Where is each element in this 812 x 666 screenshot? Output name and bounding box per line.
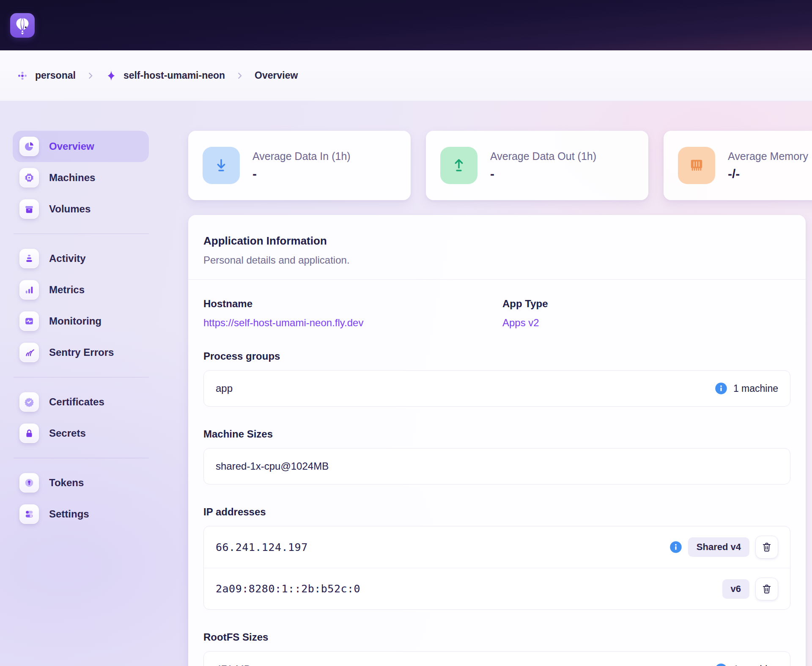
ip-addresses-section: IP addresses 66.241.124.197 [203,506,790,610]
stat-card-label: Average Data In (1h) [252,150,351,162]
sidebar-item-label: Secrets [49,427,86,439]
lock-icon [19,424,39,443]
badge-check-icon [19,392,39,412]
stat-card-data-out: Average Data Out (1h) - [426,131,648,200]
download-arrow-icon [203,147,240,184]
process-group-row: app 1 machine [203,370,790,407]
process-group-name: app [216,383,233,394]
ip-address: 2a09:8280:1::2b:b52c:0 [216,583,360,595]
stat-card-label: Average Data Out (1h) [490,150,596,162]
main-content: Average Data In (1h) - Average Data Out … [188,101,812,666]
app-logo[interactable] [10,13,35,38]
chevron-right-icon [235,71,244,80]
top-header [0,0,812,50]
sidebar-item-label: Activity [49,253,86,264]
process-group-machines: 1 machine [733,383,778,394]
sidebar-item-metrics[interactable]: Metrics [13,274,149,305]
bar-chart-icon [19,280,39,300]
chevron-right-icon [86,71,95,80]
app-type-field: App Type Apps v2 [502,297,790,329]
ip-address: 66.241.124.197 [216,541,308,553]
info-icon[interactable] [715,382,727,395]
hostname-field: Hostname https://self-host-umami-neon.fl… [203,297,502,329]
storage-box-icon [19,199,39,219]
machine-size-row: shared-1x-cpu@1024MB [203,448,790,484]
breadcrumb: personal self-host-umami-neon Overview [0,50,812,101]
ip-addresses-label: IP addresses [203,506,790,518]
activity-stack-icon [19,249,39,268]
rootfs-row: 471 MB 1 machine [203,651,790,666]
info-icon[interactable] [669,541,682,553]
sidebar-divider [14,458,149,458]
sidebar-item-certificates[interactable]: Certificates [13,386,149,418]
delete-ip-button[interactable] [755,578,778,600]
pie-chart-icon [19,137,39,156]
sidebar-item-label: Machines [49,172,95,184]
ip-badge: v6 [722,579,749,599]
sidebar-item-label: Metrics [49,284,85,296]
sparkle-icon [105,70,117,82]
rootfs-machines: 1 machine [733,664,778,666]
application-information-card: Application Information Personal details… [188,215,806,666]
app-type-link[interactable]: Apps v2 [502,317,539,329]
trash-icon [761,542,772,553]
pulse-monitor-icon [19,311,39,331]
breadcrumb-app[interactable]: self-host-umami-neon [105,70,225,82]
stat-card-value: -/- [728,167,808,181]
stat-card-memory: Average Memory -/- [664,131,812,200]
sidebar-item-activity[interactable]: Activity [13,243,149,274]
breadcrumb-org-label: personal [35,70,76,81]
rootfs-sizes-label: RootFS Sizes [203,631,790,644]
stat-card-value: - [252,167,351,181]
sidebar-item-sentry-errors[interactable]: Sentry Errors [13,337,149,368]
card-title: Application Information [203,234,790,248]
sidebar-divider [14,234,149,234]
rootfs-size: 471 MB [216,663,251,666]
ip-badge: Shared v4 [688,537,749,557]
sentry-icon [19,343,39,362]
memory-chip-icon [678,147,715,184]
stat-cards-row: Average Data In (1h) - Average Data Out … [188,131,812,200]
sidebar-item-volumes[interactable]: Volumes [13,193,149,225]
trash-icon [761,583,772,594]
process-groups-label: Process groups [203,350,790,363]
ip-row-v4: 66.241.124.197 Shared v4 [204,526,790,568]
stat-card-label: Average Memory [728,150,808,162]
ip-addresses-box: 66.241.124.197 Shared v4 [203,526,790,610]
upload-arrow-icon [440,147,477,184]
machine-sizes-section: Machine Sizes shared-1x-cpu@1024MB [203,428,790,484]
sidebar-item-label: Sentry Errors [49,347,114,358]
sidebar-item-label: Overview [49,140,94,152]
sidebar: Overview Machines [0,101,188,530]
machine-size-value: shared-1x-cpu@1024MB [216,460,329,472]
org-dots-icon [16,69,29,82]
breadcrumb-page-label: Overview [255,70,298,81]
machine-sizes-label: Machine Sizes [203,428,790,440]
stat-card-value: - [490,167,596,181]
sidebar-item-monitoring[interactable]: Monitoring [13,305,149,337]
sidebar-item-label: Monitoring [49,315,102,327]
breadcrumb-org[interactable]: personal [16,69,76,82]
stat-card-data-in: Average Data In (1h) - [188,131,411,200]
sidebar-item-tokens[interactable]: Tokens [13,467,149,498]
process-groups-section: Process groups app 1 machine [203,350,790,407]
breadcrumb-page[interactable]: Overview [255,70,298,81]
cpu-chip-icon [19,168,39,187]
sidebar-divider [14,377,149,377]
info-icon[interactable] [715,663,727,666]
app-type-label: App Type [502,297,790,310]
sidebar-item-secrets[interactable]: Secrets [13,418,149,449]
sidebar-item-overview[interactable]: Overview [13,131,149,162]
sidebar-item-settings[interactable]: Settings [13,498,149,530]
card-subtitle: Personal details and application. [203,254,790,267]
hostname-link[interactable]: https://self-host-umami-neon.fly.dev [203,317,363,329]
toggles-icon [19,504,39,524]
hostname-label: Hostname [203,297,502,310]
rootfs-sizes-section: RootFS Sizes 471 MB 1 machine [203,631,790,666]
sidebar-item-label: Settings [49,508,89,520]
breadcrumb-app-label: self-host-umami-neon [123,70,225,81]
fly-balloon-icon [12,15,33,36]
key-icon [19,473,39,493]
sidebar-item-machines[interactable]: Machines [13,162,149,193]
delete-ip-button[interactable] [755,536,778,559]
